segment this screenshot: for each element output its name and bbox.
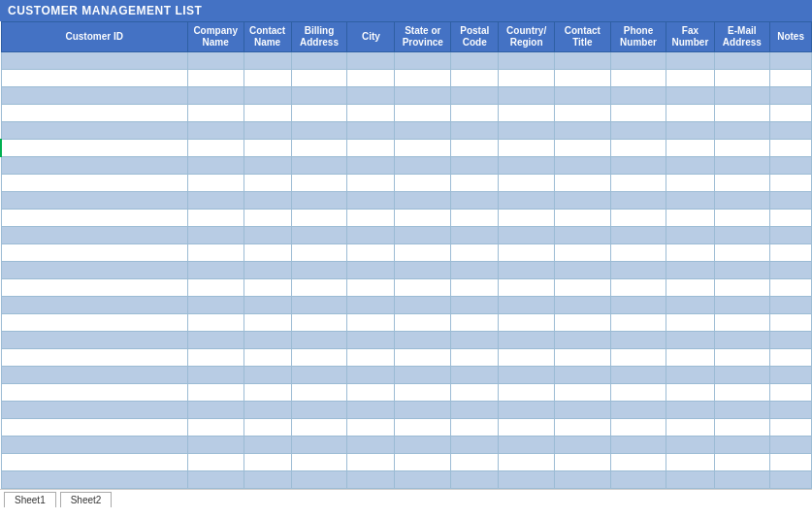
cell-contact_title[interactable] — [554, 349, 610, 367]
cell-notes[interactable] — [770, 402, 812, 419]
cell-contact_name[interactable] — [244, 87, 291, 105]
cell-billing_address[interactable] — [291, 70, 347, 87]
cell-billing_address[interactable] — [291, 192, 347, 210]
cell-email_address[interactable] — [714, 384, 770, 402]
cell-fax_number[interactable] — [666, 471, 714, 489]
cell-company_name[interactable] — [187, 105, 244, 122]
table-row[interactable] — [1, 419, 812, 437]
cell-billing_address[interactable] — [291, 140, 347, 157]
cell-phone_number[interactable] — [610, 157, 666, 175]
cell-billing_address[interactable] — [291, 210, 347, 227]
cell-country_region[interactable] — [499, 157, 555, 175]
cell-company_name[interactable] — [187, 384, 244, 402]
cell-postal_code[interactable] — [451, 140, 499, 157]
cell-contact_title[interactable] — [554, 175, 610, 192]
cell-contact_title[interactable] — [554, 402, 610, 419]
cell-state_province[interactable] — [395, 70, 451, 87]
cell-notes[interactable] — [770, 419, 812, 437]
cell-phone_number[interactable] — [610, 332, 666, 349]
cell-contact_title[interactable] — [554, 262, 610, 279]
cell-customer_id[interactable] — [1, 105, 187, 122]
cell-postal_code[interactable] — [451, 437, 499, 454]
sheet-tab-1[interactable]: Sheet1 — [4, 492, 56, 507]
cell-customer_id[interactable] — [1, 192, 187, 210]
table-row[interactable] — [1, 175, 812, 192]
cell-email_address[interactable] — [714, 175, 770, 192]
cell-postal_code[interactable] — [451, 244, 499, 262]
cell-postal_code[interactable] — [451, 192, 499, 210]
cell-country_region[interactable] — [499, 262, 555, 279]
cell-fax_number[interactable] — [666, 419, 714, 437]
cell-country_region[interactable] — [499, 384, 555, 402]
cell-notes[interactable] — [770, 227, 812, 244]
cell-postal_code[interactable] — [451, 227, 499, 244]
cell-country_region[interactable] — [499, 87, 555, 105]
cell-email_address[interactable] — [714, 210, 770, 227]
cell-state_province[interactable] — [395, 471, 451, 489]
cell-billing_address[interactable] — [291, 297, 347, 314]
cell-city[interactable] — [347, 437, 395, 454]
cell-notes[interactable] — [770, 279, 812, 297]
table-row[interactable] — [1, 314, 812, 332]
cell-fax_number[interactable] — [666, 454, 714, 471]
cell-notes[interactable] — [770, 122, 812, 140]
cell-contact_name[interactable] — [244, 70, 291, 87]
cell-notes[interactable] — [770, 297, 812, 314]
table-row[interactable] — [1, 140, 812, 157]
cell-country_region[interactable] — [499, 419, 555, 437]
cell-customer_id[interactable] — [1, 402, 187, 419]
cell-email_address[interactable] — [714, 332, 770, 349]
cell-company_name[interactable] — [187, 279, 244, 297]
cell-customer_id[interactable] — [1, 454, 187, 471]
cell-postal_code[interactable] — [451, 471, 499, 489]
cell-country_region[interactable] — [499, 227, 555, 244]
cell-state_province[interactable] — [395, 349, 451, 367]
cell-notes[interactable] — [770, 384, 812, 402]
cell-country_region[interactable] — [499, 192, 555, 210]
cell-state_province[interactable] — [395, 314, 451, 332]
cell-contact_name[interactable] — [244, 210, 291, 227]
cell-company_name[interactable] — [187, 437, 244, 454]
cell-company_name[interactable] — [187, 297, 244, 314]
table-row[interactable] — [1, 87, 812, 105]
cell-fax_number[interactable] — [666, 332, 714, 349]
cell-country_region[interactable] — [499, 175, 555, 192]
cell-postal_code[interactable] — [451, 210, 499, 227]
cell-fax_number[interactable] — [666, 437, 714, 454]
cell-contact_title[interactable] — [554, 210, 610, 227]
cell-contact_title[interactable] — [554, 244, 610, 262]
cell-phone_number[interactable] — [610, 105, 666, 122]
cell-email_address[interactable] — [714, 349, 770, 367]
cell-fax_number[interactable] — [666, 87, 714, 105]
cell-country_region[interactable] — [499, 367, 555, 384]
cell-email_address[interactable] — [714, 367, 770, 384]
cell-contact_title[interactable] — [554, 279, 610, 297]
cell-phone_number[interactable] — [610, 140, 666, 157]
cell-company_name[interactable] — [187, 70, 244, 87]
table-row[interactable] — [1, 210, 812, 227]
cell-email_address[interactable] — [714, 419, 770, 437]
cell-state_province[interactable] — [395, 402, 451, 419]
cell-country_region[interactable] — [499, 314, 555, 332]
cell-contact_name[interactable] — [244, 140, 291, 157]
cell-billing_address[interactable] — [291, 87, 347, 105]
cell-contact_title[interactable] — [554, 437, 610, 454]
cell-billing_address[interactable] — [291, 262, 347, 279]
cell-notes[interactable] — [770, 70, 812, 87]
cell-postal_code[interactable] — [451, 87, 499, 105]
cell-billing_address[interactable] — [291, 157, 347, 175]
cell-customer_id[interactable] — [1, 52, 187, 70]
cell-email_address[interactable] — [714, 52, 770, 70]
cell-fax_number[interactable] — [666, 157, 714, 175]
cell-customer_id[interactable] — [1, 349, 187, 367]
cell-phone_number[interactable] — [610, 402, 666, 419]
cell-fax_number[interactable] — [666, 122, 714, 140]
cell-company_name[interactable] — [187, 52, 244, 70]
cell-company_name[interactable] — [187, 227, 244, 244]
cell-billing_address[interactable] — [291, 122, 347, 140]
cell-contact_name[interactable] — [244, 262, 291, 279]
cell-customer_id[interactable] — [1, 471, 187, 489]
cell-state_province[interactable] — [395, 175, 451, 192]
cell-postal_code[interactable] — [451, 419, 499, 437]
cell-postal_code[interactable] — [451, 332, 499, 349]
